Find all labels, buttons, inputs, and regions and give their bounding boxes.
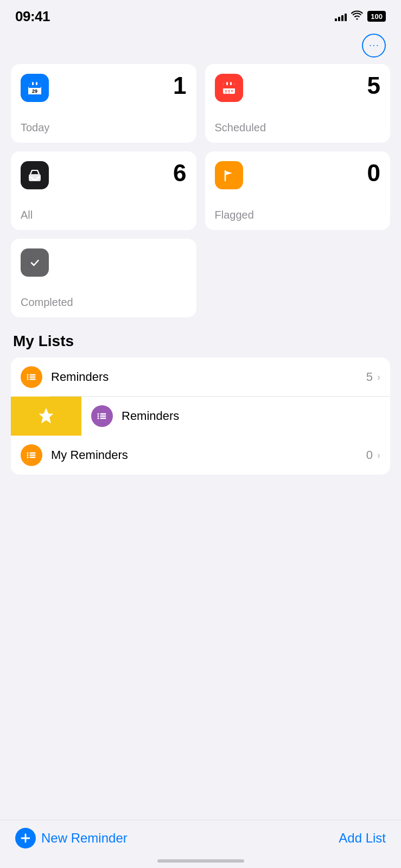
flagged-card-top: 0: [215, 161, 381, 189]
completed-label: Completed: [21, 296, 187, 309]
svg-point-32: [27, 374, 29, 376]
svg-rect-13: [29, 86, 41, 88]
my-reminders-item[interactable]: My Reminders 0 ›: [11, 436, 390, 475]
svg-point-34: [27, 376, 29, 378]
completed-card[interactable]: Completed: [11, 239, 196, 317]
svg-rect-29: [230, 82, 232, 85]
reminders-orange-count: 5: [366, 370, 373, 384]
my-reminders-icon: [21, 444, 42, 466]
svg-rect-24: [228, 90, 230, 92]
completed-icon: [21, 248, 49, 277]
status-bar: 09:41 100: [0, 0, 401, 29]
new-reminder-button[interactable]: New Reminder: [15, 828, 128, 848]
wifi-icon: [351, 10, 363, 23]
flagged-icon: [215, 161, 243, 189]
reminders-purple-icon: [91, 405, 113, 427]
reminders-orange-chevron: ›: [377, 372, 380, 383]
header-row: [0, 29, 401, 64]
svg-rect-28: [226, 82, 228, 85]
cards-grid: 29 29 1 Today: [0, 64, 401, 230]
plus-icon: [15, 828, 36, 848]
svg-rect-15: [32, 82, 34, 85]
status-time: 09:41: [15, 8, 50, 25]
all-icon: [21, 161, 49, 189]
svg-point-42: [98, 418, 99, 419]
today-label: Today: [21, 122, 187, 134]
scheduled-card[interactable]: 5 Scheduled: [205, 64, 391, 143]
my-reminders-count: 0: [366, 448, 373, 462]
svg-rect-49: [30, 457, 36, 458]
all-label: All: [21, 209, 187, 221]
flagged-label: Flagged: [215, 209, 381, 221]
reminders-orange-icon: [21, 366, 42, 388]
reminders-purple-wrapper: Reminders: [11, 397, 390, 436]
completed-card-top: [21, 248, 187, 277]
all-card-top: 6: [21, 161, 187, 189]
svg-rect-22: [223, 87, 235, 88]
list-container: Reminders 5 › Reminders: [11, 358, 390, 475]
completed-section: Completed: [0, 239, 401, 317]
svg-rect-47: [30, 455, 36, 456]
svg-rect-41: [100, 416, 106, 417]
home-indicator: [157, 859, 244, 863]
svg-point-1: [373, 45, 374, 46]
list-item[interactable]: Reminders 5 ›: [11, 358, 390, 397]
svg-point-38: [98, 413, 99, 415]
scheduled-count: 5: [367, 74, 380, 98]
svg-point-46: [27, 455, 29, 456]
today-icon: 29 29: [21, 74, 49, 102]
svg-point-31: [28, 256, 41, 269]
svg-rect-45: [30, 452, 36, 454]
today-card-top: 29 29 1: [21, 74, 187, 102]
svg-rect-27: [228, 92, 230, 93]
flagged-count: 0: [367, 161, 380, 185]
battery-icon: 100: [367, 11, 386, 22]
svg-point-48: [27, 457, 29, 458]
my-reminders-chevron: ›: [377, 450, 380, 461]
reminders-orange-name: Reminders: [51, 370, 366, 384]
reminders-purple-item[interactable]: Reminders: [81, 397, 390, 436]
svg-point-2: [377, 45, 378, 46]
all-count: 6: [173, 161, 186, 185]
svg-rect-33: [30, 374, 36, 375]
my-reminders-name: My Reminders: [51, 448, 366, 462]
today-count: 1: [173, 74, 186, 98]
svg-point-44: [27, 452, 29, 454]
all-card[interactable]: 6 All: [11, 151, 196, 230]
today-card[interactable]: 29 29 1 Today: [11, 64, 196, 143]
status-icons: 100: [335, 10, 386, 23]
svg-rect-16: [36, 82, 37, 85]
more-button[interactable]: [362, 34, 386, 58]
svg-rect-26: [225, 92, 227, 93]
new-reminder-label: New Reminder: [41, 831, 128, 846]
signal-icon: [335, 11, 347, 21]
svg-rect-25: [231, 90, 233, 92]
flagged-card[interactable]: 0 Flagged: [205, 151, 391, 230]
my-lists-title: My Lists: [0, 328, 401, 358]
svg-rect-43: [100, 418, 106, 419]
reminders-purple-name: Reminders: [122, 409, 390, 423]
swipe-pin-action[interactable]: [11, 397, 81, 436]
scheduled-icon: [215, 74, 243, 102]
add-list-button[interactable]: Add List: [339, 831, 386, 846]
svg-point-40: [98, 416, 99, 417]
svg-point-36: [27, 379, 29, 380]
svg-rect-23: [225, 90, 227, 92]
svg-rect-39: [100, 413, 106, 414]
svg-rect-37: [30, 379, 36, 380]
svg-point-0: [370, 45, 371, 46]
svg-rect-35: [30, 376, 36, 378]
svg-text:29: 29: [32, 88, 37, 94]
scheduled-label: Scheduled: [215, 122, 381, 134]
scheduled-card-top: 5: [215, 74, 381, 102]
